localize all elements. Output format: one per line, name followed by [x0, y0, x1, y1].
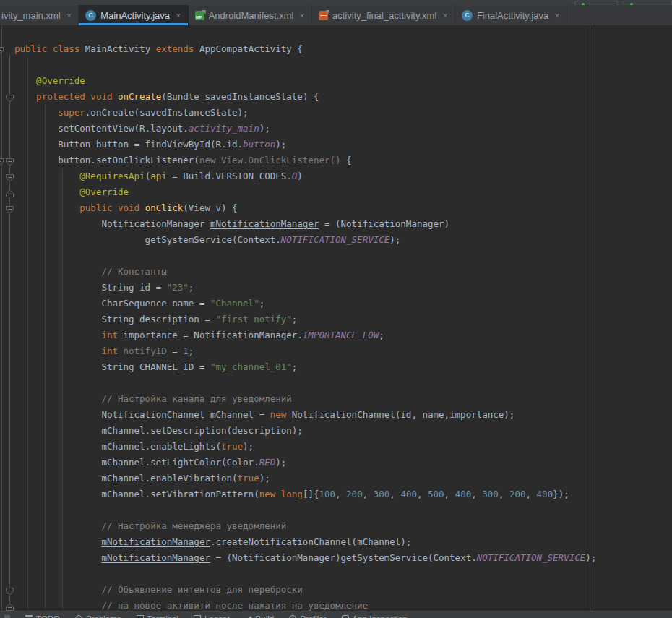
- code-line: mChannel.setVibrationPattern(new long[]{…: [14, 486, 596, 502]
- tool-window-button-app-inspection[interactable]: App Inspection: [342, 614, 408, 618]
- code-line: mNotificationManager.createNotificationC…: [14, 534, 596, 550]
- code-line: mChannel.setLightColor(Color.RED);: [14, 455, 596, 471]
- logcat-icon: [194, 615, 201, 618]
- java-class-icon: C: [85, 10, 96, 21]
- code-line: mChannel.setDescription(description);: [14, 423, 596, 439]
- code-line: NotificationManager mNotificationManager…: [14, 216, 596, 232]
- code-line: [14, 566, 596, 582]
- tool-window-button-problems[interactable]: Problems: [75, 614, 121, 618]
- code-editor[interactable]: public class MainActivity extends AppCom…: [0, 25, 672, 611]
- tool-window-label: Problems: [86, 614, 121, 618]
- code-line: String description = "first notify";: [14, 312, 596, 327]
- app-inspection-icon: [342, 615, 349, 618]
- code-line: mChannel.enableLights(true);: [14, 439, 596, 455]
- editor-tab-mainactivity-java[interactable]: CMainActivity.java×: [79, 5, 188, 25]
- tool-window-label: App Inspection: [353, 614, 408, 618]
- tool-window-button-logcat[interactable]: Logcat: [194, 614, 230, 618]
- close-tab-icon[interactable]: ×: [442, 11, 448, 20]
- tool-window-label: Terminal: [147, 614, 178, 618]
- tool-window-button-profiler[interactable]: Profiler: [289, 614, 326, 618]
- tab-label: activity_final_acttivity.xml: [332, 10, 436, 21]
- tool-window-label: TODO: [36, 614, 60, 618]
- code-line: Button button = findViewById(R.id.button…: [14, 137, 596, 153]
- code-line: // Настройка канала для уведомлений: [14, 391, 596, 407]
- java-class-icon: C: [462, 10, 473, 21]
- tool-window-bar: TODOProblemsTerminalLogcatBuildProfilerA…: [0, 611, 672, 618]
- code-line: // Обьявление интентов для переброски: [14, 582, 596, 598]
- fold-collapse-icon[interactable]: [5, 156, 14, 165]
- code-line: // Настройка менеджера уведомлений: [14, 518, 596, 534]
- android-studio-window: ivity_main.xml×CMainActivity.java×MFAndr…: [0, 0, 672, 618]
- code-text-area[interactable]: public class MainActivity extends AppCom…: [14, 41, 596, 611]
- code-line: public void onClick(View v) {: [14, 200, 596, 216]
- code-line: mNotificationManager = (NotificationMana…: [14, 550, 596, 566]
- tab-label: FinalActtivity.java: [477, 10, 548, 21]
- editor-tab-bar: ivity_main.xml×CMainActivity.java×MFAndr…: [0, 5, 672, 25]
- code-line: button.setOnClickListener(new View.OnCli…: [14, 153, 596, 168]
- tool-window-label: Logcat: [204, 614, 230, 618]
- fold-collapse-icon[interactable]: [5, 204, 14, 213]
- code-line: CharSequence name = "Channel";: [14, 296, 596, 312]
- code-line: String CHANNEL_ID = "my_channel_01";: [14, 359, 596, 375]
- code-line: // на новое активити после нажатия на ув…: [14, 598, 596, 611]
- close-tab-icon[interactable]: ×: [299, 11, 305, 20]
- fold-expand-icon[interactable]: [5, 601, 14, 610]
- close-tab-icon[interactable]: ×: [176, 11, 181, 20]
- code-line: getSystemService(Context.NOTIFICATION_SE…: [14, 232, 596, 248]
- fold-collapse-icon[interactable]: [5, 172, 14, 181]
- code-line: [14, 57, 596, 73]
- fold-expand-icon[interactable]: [5, 188, 14, 197]
- tool-window-button-build[interactable]: Build: [245, 614, 275, 618]
- file-corner: [202, 10, 206, 14]
- tab-label: MainActivity.java: [100, 10, 170, 21]
- file-corner: [325, 10, 329, 14]
- code-line: @Override: [14, 184, 596, 200]
- problems-icon: [75, 615, 82, 618]
- code-line: String id = "23";: [14, 280, 596, 296]
- tool-window-label: Build: [256, 614, 275, 618]
- manifest-file-icon: MF: [195, 11, 204, 20]
- code-line: [14, 502, 596, 518]
- profiler-icon: [289, 615, 296, 618]
- close-tab-icon[interactable]: ×: [554, 11, 560, 20]
- close-tab-icon[interactable]: ×: [66, 11, 72, 20]
- editor-tab-activity-final-acttivity-xml[interactable]: activity_final_acttivity.xml×: [312, 5, 455, 25]
- terminal-icon: [137, 615, 144, 618]
- tool-window-button-todo[interactable]: TODO: [25, 614, 60, 618]
- code-line: super.onCreate(savedInstanceState);: [14, 105, 596, 121]
- code-line: int notifyID = 1;: [14, 343, 596, 359]
- code-line: @RequiresApi(api = Build.VERSION_CODES.O…: [14, 168, 596, 184]
- build-icon: [245, 615, 252, 618]
- tool-window-button-terminal[interactable]: Terminal: [137, 614, 178, 618]
- fold-collapse-icon[interactable]: [5, 585, 14, 594]
- code-line: setContentView(R.layout.activity_main);: [14, 121, 596, 137]
- code-line: // Константы: [14, 264, 596, 280]
- code-line: mChannel.enableVibration(true);: [14, 471, 596, 486]
- fold-collapse-icon[interactable]: [5, 93, 14, 101]
- code-line: protected void onCreate(Bundle savedInst…: [14, 89, 596, 105]
- fold-collapse-icon[interactable]: [0, 156, 4, 165]
- editor-tab-androidmanifest-xml[interactable]: MFAndroidManifest.xml×: [189, 5, 312, 25]
- code-line: [14, 375, 596, 391]
- tool-window-label: Profiler: [300, 614, 326, 618]
- editor-tab-finalacttivity-java[interactable]: CFinalActtivity.java×: [455, 5, 567, 25]
- todo-icon: [25, 615, 33, 618]
- file-glyphs: [320, 15, 327, 19]
- code-line: NotificationChannel mChannel = new Notif…: [14, 407, 596, 423]
- code-line: [14, 248, 596, 264]
- tab-label: ivity_main.xml: [1, 10, 61, 21]
- code-line: int importance = NotificationManager.IMP…: [14, 327, 596, 343]
- gutter-edge-line: [1, 25, 2, 611]
- editor-tab-activity-main-xml[interactable]: ivity_main.xml×: [0, 5, 79, 25]
- fold-region-line: [9, 54, 10, 611]
- code-line: @Override: [14, 73, 596, 89]
- layout-file-icon: [319, 11, 328, 20]
- code-line: public class MainActivity extends AppCom…: [14, 41, 596, 57]
- tab-label: AndroidManifest.xml: [209, 10, 294, 21]
- window-corner-icon: [4, 615, 10, 618]
- fold-collapse-icon[interactable]: [0, 45, 4, 53]
